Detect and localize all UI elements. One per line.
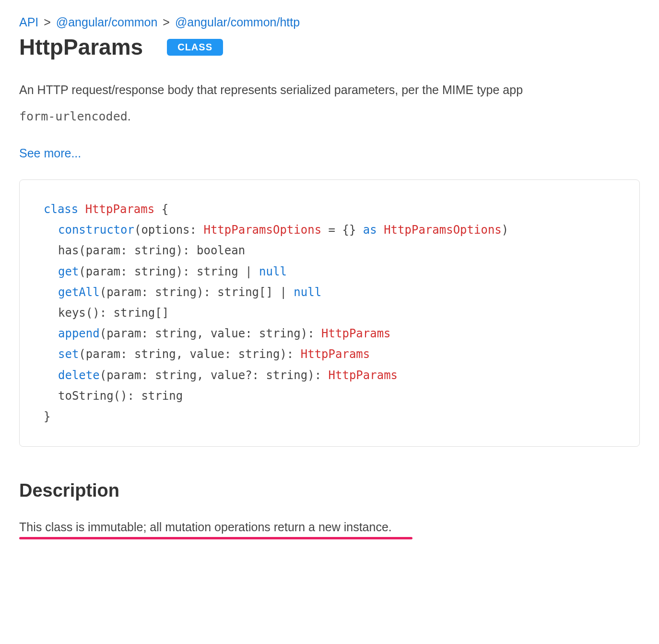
intro-paragraph: An HTTP request/response body that repre… bbox=[19, 79, 640, 101]
fn-get[interactable]: get bbox=[58, 265, 79, 278]
code-text: (param: string): string[] | bbox=[100, 286, 294, 299]
code-line: has(param: string): boolean bbox=[44, 240, 615, 261]
fn-constructor[interactable]: constructor bbox=[58, 223, 134, 237]
type-name[interactable]: HttpParams bbox=[301, 347, 370, 361]
fn-append[interactable]: append bbox=[58, 327, 100, 340]
see-more-link[interactable]: See more... bbox=[19, 146, 81, 160]
literal-null: null bbox=[294, 286, 321, 299]
code-line: getAll(param: string): string[] | null bbox=[44, 282, 615, 303]
code-line: get(param: string): string | null bbox=[44, 262, 615, 282]
code-text: (options: bbox=[134, 223, 204, 237]
code-line: delete(param: string, value?: string): H… bbox=[44, 365, 615, 386]
code-line: append(param: string, value: string): Ht… bbox=[44, 323, 615, 344]
intro-suffix: . bbox=[128, 109, 131, 123]
description-text: This class is immutable; all mutation op… bbox=[19, 520, 640, 534]
breadcrumb-link-common[interactable]: @angular/common bbox=[56, 15, 158, 29]
fn-keys[interactable]: keys(): string[] bbox=[58, 306, 169, 320]
doc-page: API > @angular/common > @angular/common/… bbox=[0, 0, 659, 568]
description-heading: Description bbox=[19, 480, 640, 501]
code-line: toString(): string bbox=[44, 386, 615, 406]
class-badge: CLASS bbox=[167, 39, 223, 56]
intro-text: An HTTP request/response body that repre… bbox=[19, 83, 523, 96]
code-line: keys(): string[] bbox=[44, 303, 615, 323]
fn-set[interactable]: set bbox=[58, 347, 79, 361]
breadcrumb-separator: > bbox=[44, 15, 51, 29]
type-name[interactable]: HttpParamsOptions bbox=[203, 223, 321, 237]
type-name[interactable]: HttpParamsOptions bbox=[384, 223, 502, 237]
fn-getall[interactable]: getAll bbox=[58, 286, 100, 299]
breadcrumb: API > @angular/common > @angular/common/… bbox=[19, 15, 640, 29]
fn-delete[interactable]: delete bbox=[58, 369, 100, 382]
brace-close: } bbox=[44, 410, 50, 423]
code-line: } bbox=[44, 406, 615, 427]
title-row: HttpParams CLASS bbox=[19, 34, 640, 60]
class-signature-code: class HttpParams { constructor(options: … bbox=[19, 179, 640, 447]
brace: { bbox=[154, 203, 168, 216]
fn-tostring[interactable]: toString(): string bbox=[58, 389, 183, 403]
breadcrumb-link-http[interactable]: @angular/common/http bbox=[175, 15, 300, 29]
keyword-as: as bbox=[363, 223, 377, 237]
breadcrumb-link-api[interactable]: API bbox=[19, 15, 38, 29]
code-text: (param: string, value?: string): bbox=[100, 369, 329, 382]
code-text: ) bbox=[502, 223, 508, 237]
fn-has[interactable]: has(param: string): boolean bbox=[58, 244, 245, 257]
page-title: HttpParams bbox=[19, 34, 143, 60]
code-text: = {} bbox=[321, 223, 363, 237]
type-name: HttpParams bbox=[85, 203, 155, 216]
code-text: (param: string, value: string): bbox=[79, 347, 300, 361]
type-name[interactable]: HttpParams bbox=[321, 327, 391, 340]
keyword-class: class bbox=[44, 203, 78, 216]
breadcrumb-separator: > bbox=[163, 15, 170, 29]
code-line: set(param: string, value: string): HttpP… bbox=[44, 344, 615, 365]
code-line: constructor(options: HttpParamsOptions =… bbox=[44, 220, 615, 240]
code-text: (param: string): string | bbox=[79, 265, 259, 278]
code-line: class HttpParams { bbox=[44, 199, 615, 220]
literal-null: null bbox=[259, 265, 287, 278]
intro-code: form-urlencoded bbox=[19, 109, 128, 123]
highlight-underline bbox=[19, 537, 412, 539]
code-text: (param: string, value: string): bbox=[100, 327, 321, 340]
intro-paragraph-code: form-urlencoded. bbox=[19, 106, 640, 127]
space bbox=[377, 223, 384, 237]
type-name[interactable]: HttpParams bbox=[329, 369, 398, 382]
